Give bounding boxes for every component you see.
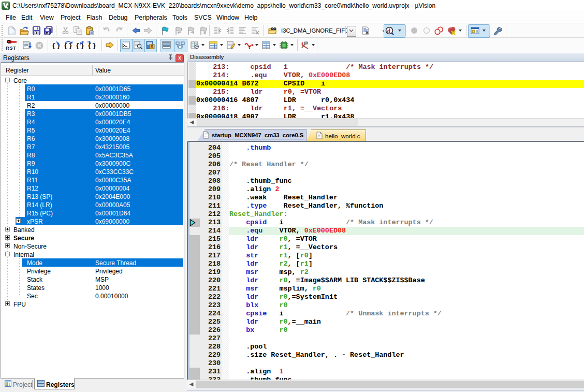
svg-text:S: S: [151, 44, 154, 49]
svg-text:t: t: [249, 45, 250, 49]
svg-text:{: {: [52, 42, 56, 49]
svg-text:s: s: [6, 6, 8, 10]
svg-text:{: {: [76, 42, 80, 49]
svg-text:}: }: [92, 42, 96, 49]
svg-text:RST: RST: [6, 45, 16, 51]
svg-text:d: d: [387, 27, 391, 35]
